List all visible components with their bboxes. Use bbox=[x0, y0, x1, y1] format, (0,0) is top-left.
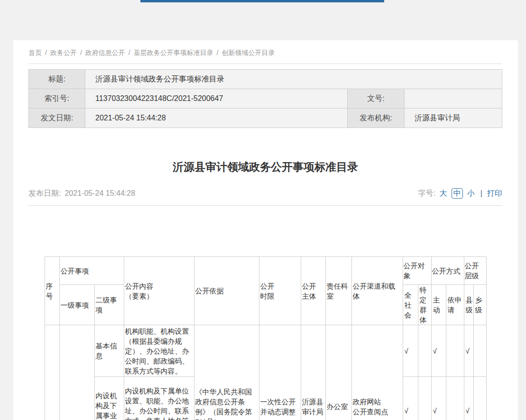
header-content: 公开内容 （要素） bbox=[124, 257, 194, 325]
header-method-request: 依申 请 bbox=[446, 285, 464, 325]
breadcrumb-separator: / bbox=[45, 49, 47, 56]
header-level-county: 县 级 bbox=[464, 285, 473, 325]
breadcrumb-link-xinxi[interactable]: 政府信息公开 bbox=[85, 49, 125, 56]
breadcrumb-link-home[interactable]: 首页 bbox=[28, 49, 42, 56]
content-card: 首页/政务公开/政府信息公开/基层政务公开事项标准目录/创新领域公开目录 标题:… bbox=[13, 40, 518, 420]
meta-issuing-org-value: 沂源县审计局 bbox=[405, 109, 502, 128]
cell-serial bbox=[45, 325, 59, 420]
catalog-body-row-1: 基本信息 机构职能、机构设置（根据县委编办规定）、办公地址、办公时间、邮政编码、… bbox=[45, 325, 486, 377]
breadcrumb-separator: / bbox=[129, 49, 130, 56]
catalog-table: 序 号 公开事项 公开内容 （要素） 公开依据 公开 时限 公开 主体 责任科 … bbox=[45, 256, 487, 420]
catalog-header-row-1: 序 号 公开事项 公开内容 （要素） 公开依据 公开 时限 公开 主体 责任科 … bbox=[45, 257, 486, 285]
cell-check-audience-all: √ bbox=[403, 377, 418, 420]
header-channel: 公开渠道和载 体 bbox=[351, 257, 403, 325]
header-items-group: 公开事项 bbox=[59, 257, 124, 285]
header-method-active: 主 动 bbox=[431, 285, 446, 325]
cell-content: 内设机构及下属单位设置、职能、办公地址、办公时间、联系方式、负责人姓名等内容。 bbox=[124, 377, 194, 420]
cell-check-audience-specific bbox=[418, 377, 431, 420]
cell-channel: 政府网站 公开查阅点 bbox=[351, 325, 403, 420]
page-title: 沂源县审计领域政务公开事项标准目录 bbox=[28, 158, 502, 175]
cell-time-limit: 一次性公开并动态调整 bbox=[259, 325, 301, 420]
cell-check-level-township bbox=[473, 377, 486, 420]
header-audience-group: 公开对 象 bbox=[403, 257, 431, 285]
header-level-group: 公开 层级 bbox=[464, 257, 486, 285]
cell-check-method-request bbox=[446, 325, 464, 377]
title-divider bbox=[28, 205, 502, 206]
header-level1: 一级事项 bbox=[59, 285, 94, 325]
header-audience-all: 全社 会 bbox=[403, 285, 418, 325]
cell-check-method-active: √ bbox=[431, 377, 446, 420]
meta-issue-date-value: 2021-05-24 15:44:28 bbox=[85, 109, 348, 128]
header-method-group: 公开方式 bbox=[431, 257, 464, 285]
meta-index-label: 索引号: bbox=[29, 89, 85, 109]
font-size-medium-button[interactable]: 中 bbox=[452, 188, 463, 199]
cell-check-audience-all: √ bbox=[403, 325, 418, 377]
breadcrumb-link-zhengwu[interactable]: 政务公开 bbox=[50, 49, 77, 56]
page-tools: 字号: 大 中 小 | 打印 bbox=[418, 188, 502, 199]
cell-level1 bbox=[59, 325, 94, 420]
meta-row-date: 发文日期: 2021-05-24 15:44:28 发布机构: 沂源县审计局 bbox=[29, 109, 502, 128]
meta-title-label: 标题: bbox=[29, 70, 85, 89]
publish-date-value: 2021-05-24 15:44:28 bbox=[65, 189, 135, 197]
breadcrumb: 首页/政务公开/政府信息公开/基层政务公开事项标准目录/创新领域公开目录 bbox=[28, 48, 502, 57]
cell-basis: 《中华人民共和国政府信息公开条例》（国务院令第711号） bbox=[194, 325, 259, 420]
header-audience-specific: 特 定 群 体 bbox=[418, 285, 431, 325]
header-basis: 公开依据 bbox=[194, 257, 259, 325]
meta-doc-number-value bbox=[405, 89, 502, 109]
breadcrumb-link-chuangxin[interactable]: 创新领域公开目录 bbox=[222, 49, 275, 56]
cell-level2: 内设机构及下属事业单位 bbox=[94, 377, 124, 420]
breadcrumb-separator: / bbox=[80, 49, 82, 56]
meta-row-index: 索引号: 11370323004223148C/2021-5200647 文号: bbox=[29, 89, 502, 109]
top-nav-bar-remnant bbox=[140, 0, 384, 2]
cell-check-audience-specific bbox=[418, 325, 431, 377]
cell-check-method-active: √ bbox=[431, 325, 446, 377]
breadcrumb-divider bbox=[28, 64, 502, 64]
header-level2: 二级事 项 bbox=[94, 285, 124, 325]
publish-date-label: 发布日期: bbox=[28, 189, 61, 197]
catalog-table-container: 序 号 公开事项 公开内容 （要素） 公开依据 公开 时限 公开 主体 责任科 … bbox=[28, 256, 502, 420]
font-size-large-button[interactable]: 大 bbox=[440, 189, 447, 199]
breadcrumb-link-jiceng[interactable]: 基层政务公开事项标准目录 bbox=[134, 49, 213, 56]
cell-check-level-county: √ bbox=[464, 377, 473, 420]
font-size-label: 字号: bbox=[418, 189, 435, 199]
cell-level2: 基本信息 bbox=[94, 325, 124, 377]
cell-check-level-county: √ bbox=[464, 325, 473, 377]
font-size-small-button[interactable]: 小 bbox=[467, 189, 475, 199]
meta-index-value: 11370323004223148C/2021-5200647 bbox=[85, 89, 348, 109]
meta-row-title: 标题: 沂源县审计领域政务公开事项标准目录 bbox=[29, 70, 502, 89]
meta-issuing-org-label: 发布机构: bbox=[348, 109, 405, 128]
cell-content: 机构职能、机构设置（根据县委编办规定）、办公地址、办公时间、邮政编码、联系方式等… bbox=[124, 325, 194, 377]
meta-doc-number-label: 文号: bbox=[348, 89, 405, 109]
header-time-limit: 公开 时限 bbox=[259, 257, 301, 325]
print-button[interactable]: 打印 bbox=[487, 189, 502, 199]
cell-subject: 沂源县审计局 bbox=[301, 325, 325, 420]
header-level-township: 乡 级 bbox=[473, 285, 486, 325]
header-department: 责任科 室 bbox=[325, 257, 351, 325]
cell-check-method-request bbox=[446, 377, 464, 420]
tools-separator: | bbox=[480, 189, 482, 198]
meta-title-value: 沂源县审计领域政务公开事项标准目录 bbox=[85, 70, 502, 89]
header-serial: 序 号 bbox=[45, 257, 59, 325]
cell-department: 办公室 bbox=[325, 325, 351, 420]
meta-issue-date-label: 发文日期: bbox=[29, 109, 85, 128]
header-subject: 公开 主体 bbox=[301, 257, 325, 325]
publish-date: 发布日期:2021-05-24 15:44:28 bbox=[28, 189, 135, 199]
document-meta-table: 标题: 沂源县审计领域政务公开事项标准目录 索引号: 1137032300422… bbox=[28, 69, 502, 128]
publish-info-bar: 发布日期:2021-05-24 15:44:28 字号: 大 中 小 | 打印 bbox=[28, 188, 502, 199]
cell-check-level-township bbox=[473, 325, 486, 377]
breadcrumb-separator: / bbox=[217, 49, 219, 56]
